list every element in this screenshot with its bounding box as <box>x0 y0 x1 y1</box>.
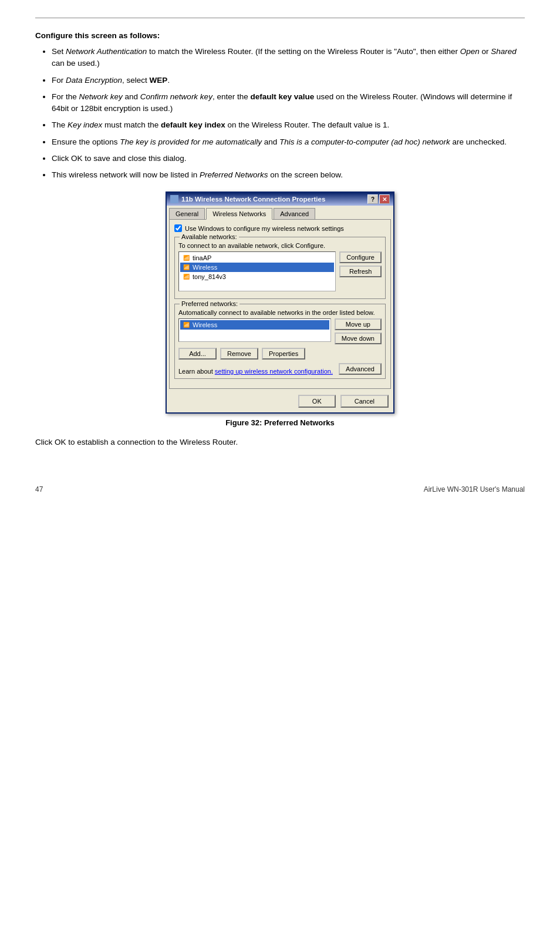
tab-general[interactable]: General <box>169 208 205 219</box>
page-footer: 47 AirLive WN-301R User's Manual <box>35 485 525 493</box>
wifi-icon-wireless: 📶 <box>182 263 190 271</box>
refresh-button[interactable]: Refresh <box>339 266 382 277</box>
ok-button[interactable]: OK <box>298 395 336 408</box>
preferred-buttons-side: Move up Move down <box>335 318 382 344</box>
dialog-title: 11b Wireless Network Connection Properti… <box>181 196 325 203</box>
bullet-item-5: Ensure the options The key is provided f… <box>52 136 525 148</box>
network-name-wireless: Wireless <box>193 264 217 271</box>
available-buttons-side: Configure Refresh <box>339 251 382 291</box>
move-down-button[interactable]: Move down <box>335 333 382 344</box>
preferred-section: 📶 Wireless Move up Move down <box>178 318 382 344</box>
available-list-side: 📶 tinaAP 📶 Wireless 📶 tony_814v3 <box>178 251 336 291</box>
cancel-button[interactable]: Cancel <box>340 395 389 408</box>
figure-caption: Figure 32: Preferred Networks <box>225 418 335 427</box>
add-button[interactable]: Add... <box>178 348 217 360</box>
available-networks-group: Available networks: To connect to an ava… <box>174 237 386 299</box>
move-up-button[interactable]: Move up <box>335 318 382 330</box>
dialog-window: 11b Wireless Network Connection Properti… <box>166 192 394 414</box>
figure-container: 11b Wireless Network Connection Properti… <box>35 192 525 427</box>
network-item-wireless[interactable]: 📶 Wireless <box>180 263 334 272</box>
footer-spacer: 47 AirLive WN-301R User's Manual <box>35 446 525 493</box>
dialog-titlebar: 11b Wireless Network Connection Properti… <box>167 193 393 206</box>
dialog-tabs: General Wireless Networks Advanced <box>167 206 393 219</box>
configure-heading: Configure this screen as follows: <box>35 31 525 40</box>
available-networks-content: To connect to an available network, clic… <box>178 242 382 291</box>
preferred-item-wireless[interactable]: 📶 Wireless <box>180 320 329 330</box>
dialog-bottom: OK Cancel <box>167 391 393 412</box>
advanced-button[interactable]: Advanced <box>339 363 382 375</box>
bullet-item-2: For Data Encryption, select WEP. <box>52 75 525 86</box>
tab-advanced[interactable]: Advanced <box>274 208 315 219</box>
preferred-list-side: 📶 Wireless <box>178 318 331 344</box>
preferred-networks-content: Automatically connect to available netwo… <box>178 309 382 375</box>
available-section: 📶 tinaAP 📶 Wireless 📶 tony_814v3 <box>178 251 382 291</box>
close-button[interactable]: ✕ <box>379 194 390 204</box>
remove-button[interactable]: Remove <box>220 348 258 360</box>
learn-link[interactable]: setting up wireless network configuratio… <box>215 368 333 375</box>
use-windows-label: Use Windows to configure my wireless net… <box>185 225 344 232</box>
properties-button[interactable]: Properties <box>262 348 305 360</box>
network-item-tinaap[interactable]: 📶 tinaAP <box>180 253 334 263</box>
available-networks-hint: To connect to an available network, clic… <box>178 242 382 249</box>
wifi-icon-preferred-wireless: 📶 <box>182 321 190 329</box>
wifi-icon-tinaap: 📶 <box>182 254 190 262</box>
titlebar-buttons[interactable]: ? ✕ <box>367 194 390 204</box>
dialog-icon <box>170 195 178 203</box>
bottom-buttons-row: Add... Remove Properties <box>178 348 382 360</box>
bullet-item-3: For the Network key and Confirm network … <box>52 91 525 115</box>
page-number: 47 <box>35 485 43 493</box>
use-windows-checkbox[interactable] <box>174 224 182 232</box>
bullet-item-1: Set Network Authentication to match the … <box>52 46 525 70</box>
closing-text: Click OK to establish a connection to th… <box>35 438 525 446</box>
preferred-networks-group: Preferred networks: Automatically connec… <box>174 304 386 379</box>
available-networks-title: Available networks: <box>180 233 239 240</box>
wifi-icon-tony: 📶 <box>182 273 190 281</box>
preferred-networks-hint: Automatically connect to available netwo… <box>178 309 382 316</box>
network-item-tony[interactable]: 📶 tony_814v3 <box>180 272 334 281</box>
help-button[interactable]: ? <box>367 194 378 204</box>
bullet-item-7: This wireless network will now be listed… <box>52 169 525 181</box>
preferred-network-list[interactable]: 📶 Wireless <box>178 318 331 342</box>
bullet-list: Set Network Authentication to match the … <box>35 46 525 181</box>
network-name-tinaap: tinaAP <box>193 254 211 261</box>
manual-title: AirLive WN-301R User's Manual <box>424 485 525 493</box>
checkbox-row[interactable]: Use Windows to configure my wireless net… <box>174 224 386 232</box>
tab-wireless-networks[interactable]: Wireless Networks <box>206 208 272 220</box>
configure-button[interactable]: Configure <box>339 251 382 263</box>
top-border <box>35 18 525 18</box>
available-network-list[interactable]: 📶 tinaAP 📶 Wireless 📶 tony_814v3 <box>178 251 336 291</box>
bullet-item-4: The Key index must match the default key… <box>52 119 525 131</box>
network-name-tony: tony_814v3 <box>193 273 226 280</box>
preferred-network-name-wireless: Wireless <box>193 321 217 328</box>
titlebar-left: 11b Wireless Network Connection Properti… <box>170 195 325 203</box>
learn-text: Learn about <box>178 368 215 375</box>
learn-text-container: Learn about setting up wireless network … <box>178 368 333 375</box>
learn-row: Learn about setting up wireless network … <box>178 363 382 375</box>
bullet-item-6: Click OK to save and close this dialog. <box>52 153 525 164</box>
dialog-content: Use Windows to configure my wireless net… <box>169 219 391 389</box>
preferred-networks-title: Preferred networks: <box>180 300 239 307</box>
